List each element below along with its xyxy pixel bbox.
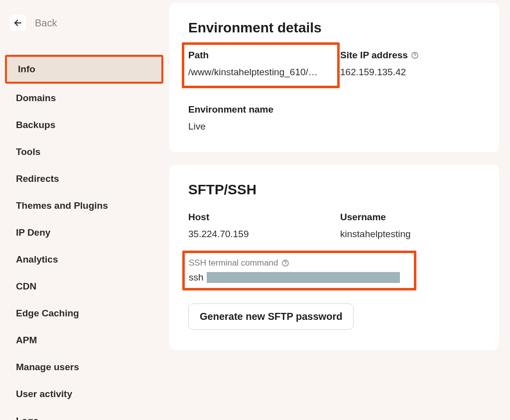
- sidebar-item-logs[interactable]: Logs: [5, 409, 164, 420]
- ssh-command-value: ssh: [189, 272, 400, 283]
- sidebar-item-backups[interactable]: Backups: [5, 113, 164, 138]
- path-label: Path: [188, 50, 328, 61]
- help-icon[interactable]: [281, 259, 289, 267]
- sidebar-item-apm[interactable]: APM: [5, 328, 164, 353]
- svg-point-2: [414, 57, 415, 57]
- path-highlight: Path /www/kinstahelptesting_610/…: [182, 42, 340, 88]
- ssh-command-label: SSH terminal command: [189, 258, 400, 268]
- sidebar-item-manage-users[interactable]: Manage users: [5, 355, 164, 380]
- back-label: Back: [35, 17, 57, 29]
- site-ip-label-text: Site IP address: [340, 50, 408, 61]
- sftp-ssh-card: SFTP/SSH Host 35.224.70.159 Username kin…: [169, 165, 499, 350]
- sidebar-item-themes-and-plugins[interactable]: Themes and Plugins: [5, 193, 164, 218]
- environment-name-value: Live: [188, 121, 480, 132]
- environment-name-label: Environment name: [188, 104, 480, 115]
- sidebar-item-ip-deny[interactable]: IP Deny: [5, 220, 164, 245]
- sidebar-item-redirects[interactable]: Redirects: [5, 166, 164, 191]
- sidebar-item-user-activity[interactable]: User activity: [5, 382, 164, 407]
- environment-row-1: Path /www/kinstahelptesting_610/… Site I…: [188, 50, 480, 93]
- back-row: Back: [0, 15, 169, 31]
- host-value: 35.224.70.159: [188, 229, 328, 240]
- ssh-command-label-text: SSH terminal command: [189, 258, 278, 268]
- sidebar-item-analytics[interactable]: Analytics: [5, 247, 164, 272]
- username-field: Username kinstahelptesting: [340, 212, 480, 240]
- back-button[interactable]: [10, 15, 26, 31]
- help-icon[interactable]: [411, 51, 419, 59]
- username-value: kinstahelptesting: [340, 229, 480, 240]
- environment-details-card: Environment details Path /www/kinstahelp…: [169, 3, 499, 152]
- path-field: Path /www/kinstahelptesting_610/…: [188, 50, 328, 93]
- ssh-command-prefix: ssh: [189, 272, 204, 283]
- generate-sftp-password-button[interactable]: Generate new SFTP password: [188, 303, 354, 330]
- sftp-row-1: Host 35.224.70.159 Username kinstahelpte…: [188, 212, 480, 240]
- main-content: Environment details Path /www/kinstahelp…: [169, 0, 510, 420]
- sidebar-item-cdn[interactable]: CDN: [5, 274, 164, 299]
- site-ip-field: Site IP address 162.159.135.42: [340, 50, 480, 93]
- arrow-left-icon: [13, 18, 22, 27]
- svg-point-4: [285, 265, 285, 265]
- environment-details-title: Environment details: [188, 20, 480, 36]
- sftp-ssh-title: SFTP/SSH: [188, 182, 480, 198]
- site-ip-value: 162.159.135.42: [340, 67, 480, 78]
- ssh-command-highlight: SSH terminal command ssh: [182, 251, 416, 290]
- username-label: Username: [340, 212, 480, 223]
- path-value: /www/kinstahelptesting_610/…: [188, 67, 328, 78]
- host-label: Host: [188, 212, 328, 223]
- sidebar-item-info[interactable]: Info: [5, 55, 163, 84]
- host-field: Host 35.224.70.159: [188, 212, 328, 240]
- sidebar-item-tools[interactable]: Tools: [5, 140, 164, 164]
- site-ip-label: Site IP address: [340, 50, 480, 61]
- sidebar-item-domains[interactable]: Domains: [5, 86, 164, 111]
- sidebar-item-edge-caching[interactable]: Edge Caching: [5, 301, 164, 326]
- sidebar: Back Info Domains Backups Tools Redirect…: [0, 0, 169, 420]
- environment-name-field: Environment name Live: [188, 104, 480, 132]
- ssh-command-redacted: [207, 272, 400, 283]
